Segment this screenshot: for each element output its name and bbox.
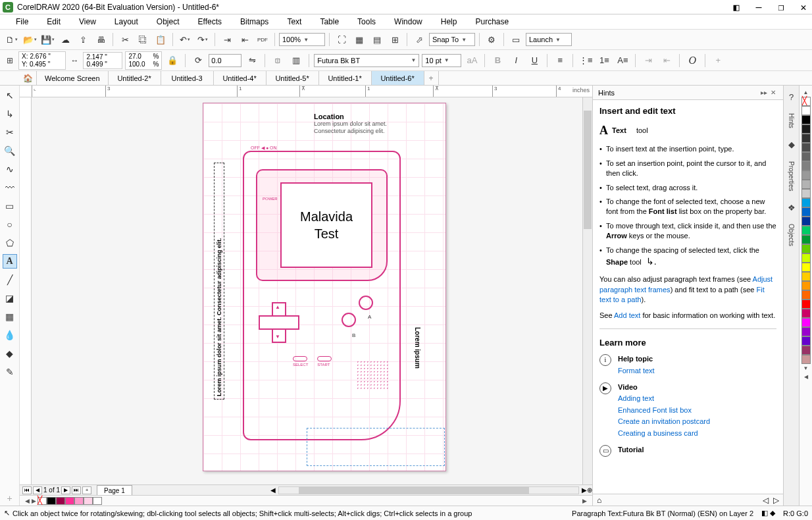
palette-expand[interactable]: ◀ [803,373,809,381]
sidetab-objects[interactable]: Objects [786,219,796,251]
page-prev[interactable]: ◀ [33,486,42,494]
color-swatch[interactable] [801,161,811,170]
doc-swatch[interactable] [47,497,56,505]
color-swatch[interactable] [801,152,811,161]
docker-fwd[interactable]: ▷ [773,496,779,505]
home-tab[interactable]: 🏠 [20,71,37,85]
video-link[interactable]: Create an invitation postcard [618,417,710,427]
vertical-scrollbar[interactable] [582,97,592,484]
color-swatch[interactable] [801,327,811,336]
doc-swatch[interactable] [84,497,93,505]
menu-bitmaps[interactable]: Bitmaps [231,16,278,28]
pick-tool[interactable]: ↖ [3,88,17,103]
color-swatch[interactable] [801,272,811,281]
doc-swatch[interactable] [56,497,65,505]
menu-tools[interactable]: Tools [348,16,385,28]
palette-left[interactable]: ◀ ▶ [24,498,38,504]
menu-purchase[interactable]: Purchase [466,16,518,28]
transparency-tool[interactable]: ▦ [3,309,17,324]
menu-view[interactable]: View [70,16,105,28]
link-add-text[interactable]: Add text [614,311,640,319]
numbering-button[interactable]: 1≡ [596,53,612,68]
hints-icon[interactable]: ? [786,91,798,103]
color-swatch[interactable] [801,299,811,309]
text-tool[interactable]: A [3,254,17,269]
properties-icon[interactable]: ◆ [786,139,798,151]
h-field[interactable] [86,61,119,68]
eyedropper-tool[interactable]: 💧 [3,328,17,342]
docker-close[interactable]: ✕ [769,89,778,96]
color-swatch[interactable] [801,309,811,318]
undo-button[interactable]: ↶ [177,32,193,47]
menu-help[interactable]: Help [432,16,467,28]
font-combo[interactable]: Futura Bk BT▼ [314,54,419,67]
doc-swatch[interactable] [93,497,102,505]
close-button[interactable]: ✕ [798,1,809,13]
video-link[interactable]: Enhanced Font list box [618,405,710,415]
save-button[interactable]: 💾 [39,32,55,47]
palette-down[interactable]: ▼ [802,364,810,373]
menu-edit[interactable]: Edit [38,16,70,28]
snap-to-combo[interactable]: Snap To▼ [429,33,475,46]
zoom-tool[interactable]: 🔍 [3,143,17,158]
zoom-combo[interactable]: 100%▼ [279,33,325,46]
no-color-swatch[interactable]: ╳ [801,97,811,106]
a-button[interactable] [359,296,373,310]
page-first[interactable]: ⏮ [22,486,32,494]
color-swatch[interactable] [801,106,811,115]
doc-swatch[interactable] [65,497,74,505]
import-button[interactable]: ⇥ [219,32,235,47]
dpad[interactable]: ▲ ▼ ◀ ▶ [259,302,298,342]
x-field[interactable] [30,53,63,60]
hscroll-left[interactable]: ◀ [270,486,276,494]
add-tool-button[interactable]: + [3,491,17,506]
fill-tool[interactable]: ◆ [3,346,17,361]
freehand-tool[interactable]: ∿ [3,162,17,176]
font-case-button[interactable]: aA [464,53,480,68]
tab-doc-4[interactable]: Untitled-1* [319,71,372,85]
page-last[interactable]: ⏭ [72,486,81,494]
color-swatch[interactable] [801,355,811,364]
color-swatch[interactable] [801,217,811,226]
crop-tool[interactable]: ✂ [3,125,17,140]
color-swatch[interactable] [801,207,811,217]
color-swatch[interactable] [801,124,811,134]
color-swatch[interactable] [801,281,811,290]
tab-welcome[interactable]: Welcome Screen [37,71,109,85]
color-swatch[interactable] [801,170,811,180]
horizontal-scrollbar[interactable] [278,486,579,494]
underline-button[interactable]: U [526,53,542,68]
lock-ratio-button[interactable]: 🔒 [165,53,180,68]
font-size-combo[interactable]: 10 pt▼ [422,54,461,67]
video-link[interactable]: Adding text [618,394,710,403]
side-lorem[interactable]: Lorem ipsum [414,327,421,369]
color-swatch[interactable] [801,134,811,143]
cloud-up-icon[interactable]: ☁ [57,32,73,47]
mirror-h-button[interactable]: ⇋ [244,53,260,68]
color-swatch[interactable] [801,189,811,198]
color-swatch[interactable] [801,244,811,253]
fill-indicator[interactable]: ◧ ◆ [761,509,775,517]
bold-button[interactable]: B [490,53,505,68]
redo-button[interactable]: ↷ [195,32,211,47]
export-button[interactable]: ⇤ [237,32,253,47]
grid-button[interactable]: ▤ [369,32,385,47]
tab-doc-5[interactable]: Untitled-6* [372,71,424,85]
italic-button[interactable]: I [508,53,524,68]
select-start[interactable]: SELECT START [293,356,332,367]
snap-icon[interactable]: ⬀ [411,32,427,47]
copy-button[interactable]: ⿻ [135,32,151,47]
new-button[interactable]: 🗋 [4,32,20,47]
docker-menu[interactable]: ▸▸ [759,89,769,96]
tab-doc-0[interactable]: Untitled-2* [109,71,161,85]
color-swatch[interactable] [801,346,811,355]
sy-field[interactable] [128,61,151,68]
sidetab-hints[interactable]: Hints [786,108,796,134]
page-next[interactable]: ▶ [61,486,70,494]
cloud-down-icon[interactable]: ⇪ [75,32,91,47]
paste-button[interactable]: 📋 [153,32,168,47]
sx-field[interactable] [128,53,151,60]
options-button[interactable]: ⚙ [484,32,499,47]
sidetab-properties[interactable]: Properties [786,156,796,197]
menu-table[interactable]: Table [311,16,348,28]
